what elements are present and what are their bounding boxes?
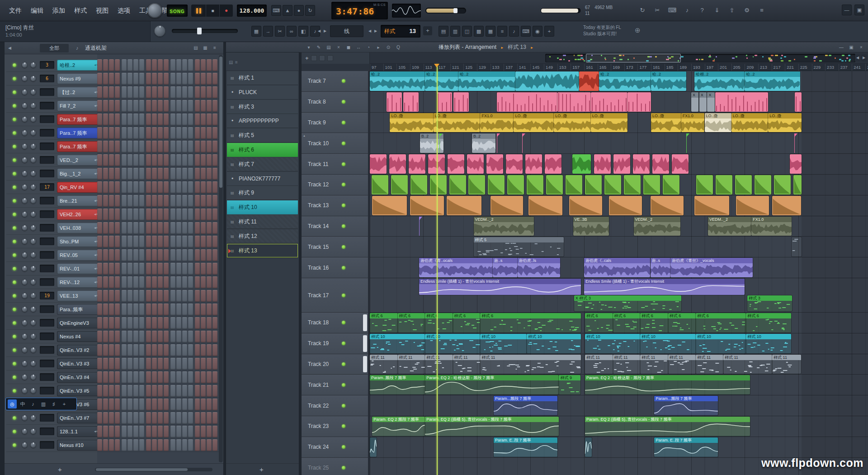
- rack-grid-icon[interactable]: ▦: [201, 44, 209, 52]
- step-cell[interactable]: [97, 317, 102, 329]
- channel-volume-knob[interactable]: [30, 225, 36, 231]
- step-cell[interactable]: [158, 100, 163, 112]
- pattern-clip[interactable]: 样式 10: [696, 334, 746, 353]
- step-cell[interactable]: [212, 358, 217, 370]
- audio-clip[interactable]: LO..撒: [731, 113, 769, 133]
- audio-clip[interactable]: 哈..2: [745, 71, 800, 91]
- audio-clip[interactable]: [372, 196, 407, 215]
- step-cell[interactable]: [176, 249, 181, 261]
- step-cell[interactable]: [133, 249, 138, 261]
- channel-mute-led[interactable]: [13, 280, 16, 284]
- step-cell[interactable]: [109, 209, 114, 220]
- step-cell[interactable]: [146, 73, 151, 85]
- pattern-item[interactable]: ▤样式 12: [227, 229, 298, 243]
- step-cell[interactable]: [139, 73, 144, 85]
- browser-view-icon[interactable]: ▦: [486, 26, 495, 37]
- step-cell[interactable]: [115, 209, 120, 220]
- scroll-thumb[interactable]: [219, 57, 222, 188]
- automation-clip[interactable]: Param. E..段 7 频率: [494, 437, 557, 457]
- audio-clip[interactable]: [585, 175, 602, 195]
- channel-pan-knob[interactable]: [22, 361, 28, 366]
- audio-clip[interactable]: [507, 175, 524, 195]
- step-cell[interactable]: [115, 276, 120, 288]
- step-cell[interactable]: [212, 181, 217, 193]
- step-cell[interactable]: [207, 399, 212, 410]
- channel-name-button[interactable]: QinEn..V3 #5: [57, 385, 99, 396]
- step-cell[interactable]: [170, 222, 175, 234]
- track-header[interactable]: Track 7: [302, 71, 368, 92]
- audio-clip[interactable]: [715, 92, 768, 112]
- step-cell[interactable]: [176, 141, 181, 152]
- audio-clip[interactable]: [447, 196, 481, 215]
- step-cell[interactable]: [139, 426, 144, 437]
- channel-mute-led[interactable]: [13, 362, 16, 366]
- step-cell[interactable]: [152, 276, 157, 288]
- step-cell[interactable]: [182, 412, 187, 424]
- step-cell[interactable]: [164, 86, 169, 98]
- settings-gear-icon[interactable]: ⚙: [741, 5, 753, 16]
- typing-keyboard-icon[interactable]: ⌨: [271, 5, 281, 16]
- step-cell[interactable]: [207, 127, 212, 139]
- channel-mute-led[interactable]: [13, 430, 16, 433]
- audio-clip[interactable]: 哈根..2: [694, 71, 745, 91]
- automation-clip[interactable]: Endless Smile (插槽 1) - 青丝vocals Intensit: [584, 279, 745, 295]
- channel-mixer-target-display[interactable]: [40, 238, 54, 245]
- step-cell[interactable]: [164, 168, 169, 180]
- step-cell[interactable]: [182, 290, 187, 302]
- channel-mixer-target-display[interactable]: [40, 210, 54, 218]
- step-cell[interactable]: [207, 195, 212, 207]
- automation-clip[interactable]: Param. E..段 7 频率: [654, 437, 718, 457]
- audio-clip[interactable]: LO..撒: [705, 113, 731, 133]
- step-cell[interactable]: [176, 181, 181, 193]
- audio-clip[interactable]: [410, 196, 444, 215]
- export-icon[interactable]: ⇧: [726, 5, 738, 16]
- pattern-clip[interactable]: 样式 10: [527, 334, 581, 353]
- step-cell[interactable]: [152, 127, 157, 139]
- step-cell[interactable]: [195, 412, 200, 424]
- step-cell[interactable]: [122, 236, 127, 247]
- step-cell[interactable]: [188, 276, 193, 288]
- track-enable-led[interactable]: [342, 424, 345, 428]
- pattern-clip[interactable]: 样式 6: [585, 313, 613, 332]
- step-cell[interactable]: [146, 290, 151, 302]
- channel-mixer-target-display[interactable]: [40, 129, 54, 137]
- view-option-icon[interactable]: [327, 55, 333, 61]
- step-cell[interactable]: [97, 263, 102, 275]
- audio-clip[interactable]: [579, 71, 599, 91]
- step-cell[interactable]: [170, 371, 175, 383]
- step-cell[interactable]: [170, 317, 175, 329]
- step-cell[interactable]: [195, 127, 200, 139]
- step-cell[interactable]: [109, 222, 114, 234]
- step-cell[interactable]: [109, 154, 114, 166]
- track-header[interactable]: Track 16: [302, 257, 368, 278]
- step-cell[interactable]: [152, 168, 157, 180]
- audio-clip[interactable]: [772, 196, 801, 215]
- step-cell[interactable]: [201, 181, 206, 193]
- step-cell[interactable]: [182, 276, 187, 288]
- step-cell[interactable]: [97, 385, 102, 397]
- step-cell[interactable]: [164, 59, 169, 71]
- step-cell[interactable]: [122, 86, 127, 98]
- step-cell[interactable]: [122, 439, 127, 451]
- step-cell[interactable]: [122, 154, 127, 166]
- channel-mixer-target-display[interactable]: 3: [40, 61, 54, 69]
- step-cell[interactable]: [127, 304, 132, 315]
- audio-clip[interactable]: [735, 175, 752, 195]
- audio-clip[interactable]: LO..撒: [591, 113, 628, 133]
- loop-record-icon[interactable]: ↻: [305, 5, 315, 16]
- step-cell[interactable]: [139, 86, 144, 98]
- channel-volume-knob[interactable]: [30, 130, 36, 136]
- channel-name-button[interactable]: Nexus #9: [57, 73, 99, 84]
- step-cell[interactable]: [103, 371, 108, 383]
- step-cell[interactable]: [207, 249, 212, 261]
- snap-selector[interactable]: 线: [330, 25, 363, 37]
- channel-pan-knob[interactable]: [22, 347, 28, 353]
- pattern-item[interactable]: •PIANO2K777777: [227, 172, 298, 186]
- step-cell[interactable]: [182, 168, 187, 180]
- step-cell[interactable]: [170, 290, 175, 302]
- audio-clip[interactable]: 唐伯虎《青丝》_vocals: [670, 258, 753, 277]
- pattern-clip[interactable]: 样式 11: [585, 355, 613, 374]
- step-cell[interactable]: [207, 371, 212, 383]
- step-cell[interactable]: [188, 127, 193, 139]
- channel-mute-led[interactable]: [13, 240, 16, 243]
